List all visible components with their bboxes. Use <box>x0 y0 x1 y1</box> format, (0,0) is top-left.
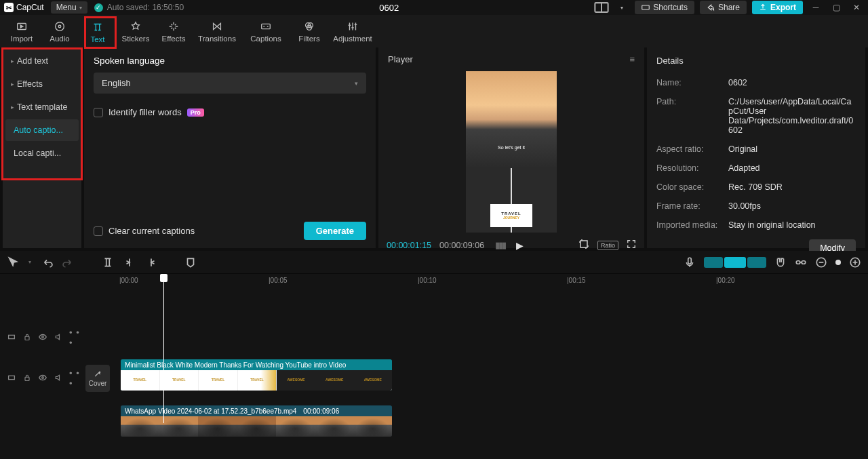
play-button[interactable]: ▶ <box>516 240 524 251</box>
eye-icon[interactable] <box>38 373 47 384</box>
checkbox-icon[interactable] <box>94 226 103 236</box>
video-stamp: TRAVEL JOURNEY <box>490 204 532 227</box>
tab-text[interactable]: Text <box>79 15 117 47</box>
autosave-status: ✓ Auto saved: 16:50:50 <box>94 3 184 12</box>
lock-icon[interactable] <box>23 333 31 343</box>
import-icon <box>16 20 28 33</box>
audio-icon[interactable] <box>54 333 62 343</box>
detail-fps: 30.00fps <box>728 201 856 211</box>
mic-icon[interactable] <box>684 256 696 268</box>
check-icon: ✓ <box>94 3 103 12</box>
maximize-button[interactable]: ▢ <box>829 0 844 15</box>
app-name: CapCut <box>16 3 44 12</box>
track-controls-2: • • • <box>7 368 80 388</box>
crop-icon[interactable] <box>578 239 589 252</box>
tab-stickers[interactable]: Stickers <box>117 15 155 47</box>
sidebar-item-local-captions[interactable]: Local capti... <box>5 142 79 164</box>
fullscreen-icon[interactable] <box>627 239 636 251</box>
more-icon[interactable]: • • • <box>69 327 80 348</box>
player-title: Player <box>388 54 413 64</box>
tab-adjustment[interactable]: Adjustment <box>328 15 377 47</box>
svg-rect-19 <box>25 377 29 380</box>
share-button[interactable]: Share <box>700 1 747 14</box>
sidebar-item-effects[interactable]: Effects <box>5 73 79 95</box>
captions-icon <box>260 20 272 33</box>
svg-rect-9 <box>580 241 587 247</box>
chevron-down-icon: ▾ <box>355 80 358 87</box>
clear-captions-row[interactable]: Clear current captions <box>94 226 195 236</box>
magnet-icon[interactable] <box>774 256 787 268</box>
sidebar-item-template[interactable]: Text template <box>5 96 79 118</box>
more-icon[interactable]: • • • <box>69 368 80 388</box>
chevron-down-icon[interactable]: ▾ <box>614 0 629 15</box>
video-preview[interactable]: So let's get it TRAVEL JOURNEY <box>378 71 644 233</box>
timeline-ruler[interactable]: |00:00 |00:05 |00:10 |00:15 |00:20 <box>0 274 868 289</box>
link-icon[interactable] <box>795 256 807 268</box>
chevron-down-icon: ▾ <box>79 5 82 11</box>
undo-icon[interactable] <box>41 256 53 268</box>
shortcuts-button[interactable]: Shortcuts <box>635 1 694 14</box>
detail-name: 0602 <box>728 78 856 87</box>
project-title: 0602 <box>191 3 587 13</box>
tab-audio[interactable]: Audio <box>41 15 79 47</box>
marker-icon[interactable] <box>184 256 197 268</box>
expand-icon[interactable] <box>7 373 16 384</box>
tab-captions[interactable]: Captions <box>241 15 290 47</box>
detail-aspect: Original <box>728 144 856 154</box>
menu-button[interactable]: Menu ▾ <box>51 1 87 14</box>
tab-transitions[interactable]: Transitions <box>193 15 241 47</box>
text-sidebar: Add text Effects Text template Auto capt… <box>3 47 81 248</box>
identify-filler-row[interactable]: Identify filler words Pro <box>94 107 366 117</box>
detail-colorspace: Rec. 709 SDR <box>728 182 856 192</box>
expand-icon[interactable] <box>7 332 16 344</box>
chevron-down-icon[interactable]: ▾ <box>28 259 31 265</box>
svg-rect-1 <box>642 5 650 9</box>
effects-icon <box>167 20 180 33</box>
tab-effects[interactable]: Effects <box>155 15 193 47</box>
language-select[interactable]: English ▾ <box>94 73 366 94</box>
zoom-in-icon[interactable] <box>849 256 861 268</box>
svg-point-20 <box>42 376 44 378</box>
menu-icon[interactable]: ≡ <box>629 54 635 64</box>
ratio-button[interactable]: Ratio <box>597 241 618 250</box>
logo-icon: ✂ <box>4 3 14 12</box>
spoken-language-label: Spoken language <box>94 56 366 66</box>
text-icon <box>92 20 104 34</box>
zoom-slider-knob[interactable] <box>835 260 841 265</box>
svg-rect-16 <box>25 336 29 340</box>
lock-icon[interactable] <box>23 374 31 384</box>
total-time: 00:00:09:06 <box>439 241 484 250</box>
svg-point-17 <box>42 336 44 338</box>
layout-icon[interactable] <box>594 0 609 15</box>
svg-rect-15 <box>9 335 15 338</box>
minimize-button[interactable]: ─ <box>808 0 823 15</box>
timeline: ▾ |00:00 |00:05 |00:10 |00:15 |00:20 <box>0 251 868 459</box>
sidebar-item-add-text[interactable]: Add text <box>5 50 79 72</box>
audio-icon[interactable] <box>54 374 62 384</box>
timeline-clip-2[interactable]: WhatsApp Video 2024-06-02 at 17.52.23_b7… <box>121 405 392 437</box>
list-icon[interactable]: ▮▮▮ <box>495 240 505 250</box>
redo-icon[interactable] <box>62 256 75 268</box>
close-button[interactable]: ✕ <box>849 0 864 15</box>
split-right-icon[interactable] <box>145 256 157 268</box>
split-icon[interactable] <box>102 256 114 268</box>
detail-media: Stay in original location <box>728 220 856 230</box>
tab-filters[interactable]: Filters <box>290 15 328 47</box>
svg-rect-5 <box>262 24 271 28</box>
snap-toggle[interactable] <box>704 257 766 268</box>
timeline-clip-1[interactable]: Minimalist Black White Modern Thanks For… <box>121 359 392 391</box>
svg-rect-10 <box>688 258 692 264</box>
playhead[interactable] <box>163 274 164 423</box>
split-left-icon[interactable] <box>123 256 136 268</box>
zoom-out-icon[interactable] <box>815 256 827 268</box>
checkbox-icon[interactable] <box>94 108 103 117</box>
cursor-icon[interactable] <box>7 256 19 268</box>
sidebar-item-auto-captions[interactable]: Auto captio... <box>5 119 79 141</box>
cover-button[interactable]: Cover <box>85 365 110 392</box>
options-panel: Spoken language English ▾ Identify fille… <box>84 47 376 248</box>
eye-icon[interactable] <box>38 332 47 344</box>
tab-import[interactable]: Import <box>3 15 41 47</box>
generate-button[interactable]: Generate <box>304 222 366 240</box>
export-button[interactable]: Export <box>752 1 803 14</box>
svg-rect-18 <box>9 376 15 379</box>
